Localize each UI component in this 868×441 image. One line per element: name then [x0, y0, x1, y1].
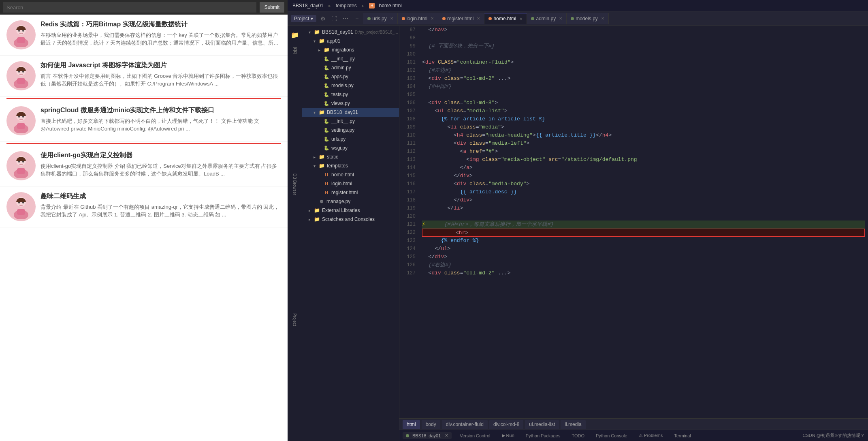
- code-line-121: ⚡ {#用<hr>，每篇文章后换行，加一个水平线#}: [422, 220, 865, 229]
- code-line-109: <li class="media">: [422, 123, 865, 131]
- tab-admin-py[interactable]: admin.py ✕: [527, 13, 567, 24]
- article-content: springCloud 微服务通过minio实现文件上传和文件下载接口 直接上代…: [41, 106, 281, 133]
- tree-item-tests[interactable]: 🐍 tests.py: [302, 90, 399, 99]
- project-button[interactable]: Project ▾: [291, 15, 316, 22]
- code-line-105: [422, 91, 865, 99]
- tree-item-register-html[interactable]: H register.html: [302, 188, 399, 197]
- breadcrumb-file-icon: H: [369, 3, 375, 9]
- py-icon-init2: 🐍: [324, 119, 329, 124]
- run-dot-icon: [406, 434, 409, 437]
- svg-rect-5: [17, 37, 25, 43]
- tree-item-static[interactable]: ▸ 📁 static: [302, 152, 399, 161]
- tree-item-migrations[interactable]: ▸ 📁 migrations: [302, 45, 399, 54]
- bottom-tab-container-fluid[interactable]: div.container-fluid: [442, 420, 488, 429]
- tree-item-views[interactable]: 🐍 views.py: [302, 99, 399, 108]
- svg-point-10: [22, 71, 24, 73]
- tabs-area: urls.py ✕ login.html ✕ register.html ✕ h…: [363, 13, 865, 24]
- tree-item-ext-libs[interactable]: ▸ 📁 External Libraries: [302, 206, 399, 215]
- avatar: [6, 192, 36, 221]
- tree-item-models[interactable]: 🐍 models.py: [302, 81, 399, 90]
- code-line-120: [422, 212, 865, 220]
- run-tab[interactable]: BBS18_day01 ✕: [403, 432, 452, 439]
- folder-icon[interactable]: 📁: [289, 29, 301, 41]
- tree-item-init2[interactable]: 🐍 __init__.py: [302, 117, 399, 126]
- code-lines: </nav> {# 下面是3块，先分一下#} <div CLASS="conta…: [419, 26, 868, 418]
- tree-label-manage: manage.py: [326, 199, 350, 204]
- bottom-tab-python-console[interactable]: Python Console: [593, 432, 631, 439]
- list-item[interactable]: 趣味二维码生成 背景介绍 最近在 Github 看到了一个有趣的项目 amazi…: [0, 186, 288, 227]
- list-item[interactable]: springCloud 微服务通过minio实现文件上传和文件下载接口 直接上代…: [0, 101, 288, 141]
- db-browser-label[interactable]: DB Browser: [292, 172, 298, 197]
- py-icon-views: 🐍: [324, 101, 329, 106]
- article-desc: 在移动应用的业务场景中，我们需要保存这样的信息：一个 key 关联了一个数据集合…: [41, 31, 281, 47]
- run-close-icon[interactable]: ✕: [445, 433, 448, 438]
- tree-item-wsgi[interactable]: 🐍 wsgi.py: [302, 143, 399, 152]
- list-item[interactable]: Redis 实战篇：巧用Bitmap 实现亿级海量数据统计 在移动应用的业务场景…: [0, 15, 288, 56]
- tab-close-home[interactable]: ✕: [519, 17, 523, 21]
- bottom-tab-li-media[interactable]: li.media: [561, 420, 585, 429]
- tree-root[interactable]: ▾ 📁 BBS18_day01 D:/py_project/BBS18_...: [302, 28, 399, 36]
- bottom-tab-todo[interactable]: TODO: [568, 432, 588, 439]
- tab-home-html[interactable]: home.html ✕: [484, 13, 527, 24]
- more-icon[interactable]: ⋯: [341, 14, 350, 24]
- left-panel: Submit Redis 实战篇：巧用Bitmap 实现亿级海量数据统计 在移动: [0, 0, 288, 441]
- bottom-tab-media-list[interactable]: ul.media-list: [525, 420, 559, 429]
- avatar: [6, 20, 36, 49]
- tree-item-settings[interactable]: 🐍 settings.py: [302, 126, 399, 135]
- tab-label-urls: urls.py: [372, 16, 386, 21]
- tab-close-register[interactable]: ✕: [477, 16, 480, 21]
- bottom-tab-col-md-8[interactable]: div.col-md-8: [489, 420, 523, 429]
- tree-item-urls[interactable]: 🐍 urls.py: [302, 135, 399, 143]
- code-line-122-error: <hr>: [422, 229, 865, 237]
- tab-close-models[interactable]: ✕: [601, 16, 604, 21]
- bottom-tab-version-control[interactable]: Version Control: [456, 432, 493, 439]
- tree-arrow-migrations: ▸: [318, 48, 322, 52]
- tree-item-scratches[interactable]: ▸ 📁 Scratches and Consoles: [302, 215, 399, 224]
- tree-item-manage[interactable]: ⚙ manage.py: [302, 197, 399, 206]
- tree-arrow-ext-libs: ▸: [309, 208, 313, 213]
- expand-icon[interactable]: ⛶: [329, 14, 339, 24]
- tab-urls-py[interactable]: urls.py ✕: [363, 13, 397, 24]
- avatar: [6, 61, 36, 90]
- bottom-tab-body[interactable]: body: [422, 420, 440, 429]
- bottom-tab-html[interactable]: html: [403, 420, 420, 429]
- tree-item-home-html[interactable]: H home.html: [302, 170, 399, 179]
- tab-models-py[interactable]: models.py ✕: [567, 13, 609, 24]
- list-item[interactable]: 如何使用 Javascript 将图标字体渲染为图片 前言 在软件开发中肯定要用…: [0, 56, 288, 96]
- tree-item-admin[interactable]: 🐍 admin.py: [302, 63, 399, 72]
- html-icon-register: H: [324, 190, 329, 195]
- status-text: CSDN @初遇我⊙す的热情呢？: [803, 432, 865, 439]
- svg-point-22: [22, 161, 24, 163]
- tree-item-templates[interactable]: ▾ 📁 templates: [302, 161, 399, 170]
- tab-close-login[interactable]: ✕: [431, 16, 434, 21]
- tree-item-apps[interactable]: 🐍 apps.py: [302, 72, 399, 81]
- svg-point-3: [18, 30, 20, 32]
- tab-login-html[interactable]: login.html ✕: [398, 13, 438, 24]
- tab-close-admin[interactable]: ✕: [559, 16, 562, 21]
- bottom-tab-problems[interactable]: ⚠ Problems: [636, 432, 666, 439]
- tab-register-html[interactable]: register.html ✕: [438, 13, 484, 24]
- list-item[interactable]: 使用client-go实现自定义控制器 使用client-go实现自定义控制器 …: [0, 146, 288, 186]
- submit-button[interactable]: Submit: [260, 2, 284, 13]
- bottom-tab-terminal[interactable]: Terminal: [671, 432, 694, 439]
- tree-item-init1[interactable]: 🐍 __init__.py: [302, 54, 399, 63]
- tree-item-app01[interactable]: ▾ 📁 app01: [302, 36, 399, 45]
- bottom-tab-python-packages[interactable]: Python Packages: [523, 432, 564, 439]
- close-panel-icon[interactable]: −: [352, 14, 362, 24]
- tab-close-urls[interactable]: ✕: [390, 16, 393, 21]
- database-icon[interactable]: 🗄: [289, 45, 301, 57]
- code-line-110: <h4 class="media-heading">{{ article.tit…: [422, 131, 865, 139]
- tree-item-login-html[interactable]: H login.html: [302, 179, 399, 188]
- svg-point-15: [18, 116, 20, 118]
- bottom-tab-run[interactable]: ▶ Run: [499, 432, 518, 439]
- tree-label-tests: tests.py: [331, 92, 348, 97]
- code-line-102: {#左边#}: [422, 66, 865, 75]
- code-content[interactable]: 97 98 99 100 101 102 103 104 105 106 107…: [399, 26, 868, 418]
- settings-icon[interactable]: ⚙: [318, 14, 328, 24]
- article-desc: 直接上代码吧，好多文章的下载都写的不明不白的，让人理解错，气死了！！ 文件上传功…: [41, 117, 281, 133]
- tab-icon-admin: [531, 17, 534, 20]
- ide-side-icons: 📁 🗄 DB Browser Project: [288, 26, 302, 441]
- project-label-side[interactable]: Project: [292, 312, 298, 328]
- search-input[interactable]: [3, 2, 256, 13]
- tree-item-bbs18-day01[interactable]: ▾ 📁 BBS18_day01: [302, 108, 399, 117]
